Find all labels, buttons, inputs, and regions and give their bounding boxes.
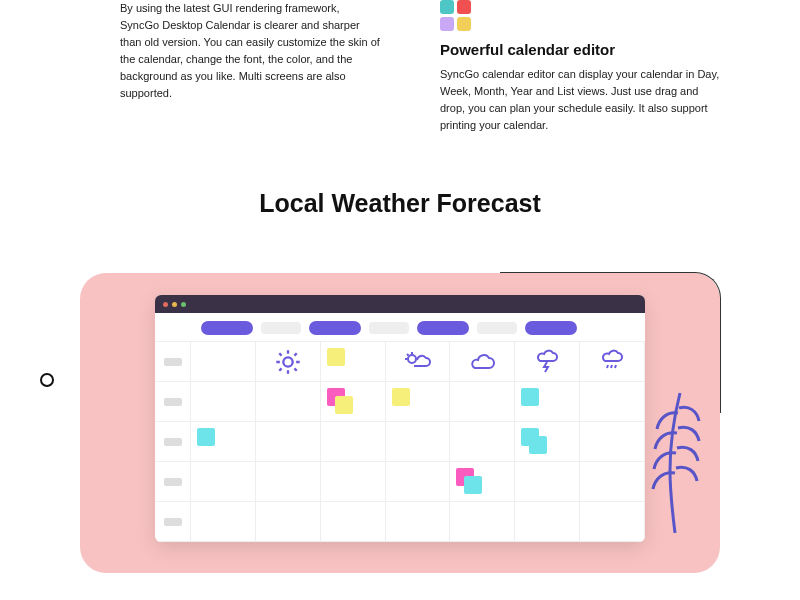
close-dot-icon: [163, 302, 168, 307]
decor-circle-icon: [40, 373, 54, 387]
sun-cloud-icon: [402, 350, 432, 374]
minimize-dot-icon: [172, 302, 177, 307]
svg-point-0: [283, 357, 292, 366]
maximize-dot-icon: [181, 302, 186, 307]
leaf-icon: [645, 383, 705, 533]
feature-left-body: By using the latest GUI rendering framew…: [120, 0, 380, 102]
window-titlebar: [155, 295, 645, 313]
sun-icon: [274, 348, 302, 376]
feature-right-title: Powerful calendar editor: [440, 41, 720, 58]
calendar-tabs: [155, 313, 645, 341]
rain-icon: [598, 348, 626, 376]
calendar-window: [155, 295, 645, 542]
svg-point-1: [408, 355, 416, 363]
calendar-grid: [155, 341, 645, 542]
editor-squares-icon: [440, 0, 720, 31]
storm-icon: [533, 348, 561, 376]
section-title: Local Weather Forecast: [0, 189, 800, 218]
weather-illustration: [80, 273, 720, 573]
cloud-icon: [467, 352, 497, 372]
feature-right-body: SyncGo calendar editor can display your …: [440, 66, 720, 134]
